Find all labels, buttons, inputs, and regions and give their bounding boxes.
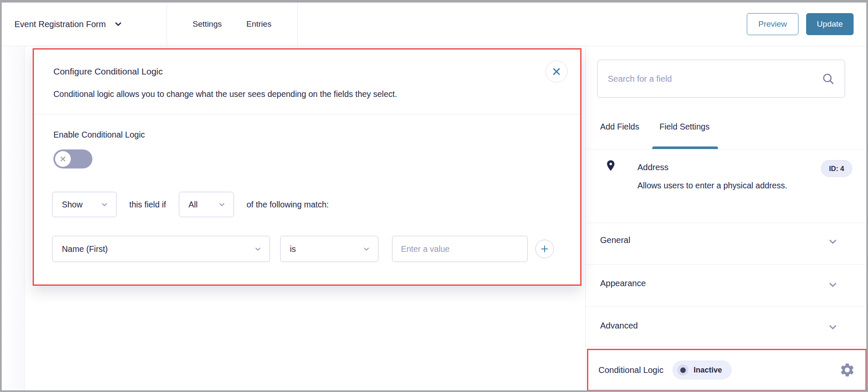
- topbar: Event Registration Form Settings Entries…: [2, 3, 866, 46]
- field-id-badge: ID: 4: [821, 160, 852, 177]
- status-text: Inactive: [693, 366, 722, 375]
- add-rule-button[interactable]: [535, 240, 554, 258]
- chevron-down-icon: [218, 201, 226, 209]
- topbar-nav: Settings Entries: [167, 3, 298, 46]
- this-field-if-text: this field if: [129, 200, 166, 210]
- map-pin-icon: [604, 159, 617, 175]
- enable-conditional-logic-label: Enable Conditional Logic: [53, 130, 145, 140]
- nav-entries[interactable]: Entries: [246, 19, 271, 29]
- status-dot-halo: [677, 364, 688, 375]
- rule-field-select[interactable]: Name (First): [52, 236, 270, 262]
- divider: [586, 264, 865, 265]
- chevron-down-icon[interactable]: [827, 236, 838, 247]
- status-dot: [680, 367, 686, 373]
- form-switcher[interactable]: Event Registration Form: [2, 3, 167, 46]
- match-type-value: All: [189, 200, 198, 210]
- chevron-down-icon[interactable]: [827, 322, 838, 333]
- logic-verbs-row: Show this field if All of the following …: [52, 192, 342, 217]
- gear-icon[interactable]: [839, 362, 855, 378]
- tab-add-fields[interactable]: Add Fields: [600, 122, 639, 132]
- toggle-knob-x-icon: [55, 151, 71, 167]
- divider: [586, 306, 865, 307]
- topbar-spacer: [298, 3, 747, 46]
- nav-settings[interactable]: Settings: [193, 19, 222, 29]
- close-button[interactable]: [545, 61, 568, 83]
- chevron-down-icon: [254, 245, 262, 253]
- action-select-value: Show: [62, 200, 83, 210]
- divider: [586, 223, 865, 223]
- annotation-box-conditional-logic-row: Conditional Logic Inactive: [587, 349, 867, 391]
- plus-icon: [540, 244, 550, 254]
- rule-value-input[interactable]: [392, 236, 528, 262]
- rule-field-value: Name (First): [62, 244, 108, 254]
- app-window: Event Registration Form Settings Entries…: [0, 0, 868, 392]
- divider: [34, 114, 580, 114]
- left-rail: [2, 46, 25, 390]
- update-button[interactable]: Update: [806, 13, 854, 35]
- divider: [586, 149, 865, 149]
- preview-button[interactable]: Preview: [747, 13, 798, 35]
- accordion-appearance[interactable]: Appearance: [600, 279, 646, 288]
- close-icon: [552, 67, 561, 76]
- search-input[interactable]: [608, 74, 822, 84]
- sidebar-left-border: [585, 46, 586, 390]
- following-match-text: of the following match:: [247, 200, 329, 210]
- modal-description: Conditional logic allows you to change w…: [53, 89, 397, 99]
- chevron-down-icon: [100, 201, 108, 209]
- selected-field-name: Address: [637, 163, 668, 172]
- topbar-actions: Preview Update: [747, 3, 866, 46]
- status-badge: Inactive: [673, 361, 732, 379]
- logic-rule-row: Name (First) is: [52, 236, 554, 262]
- accordion-advanced[interactable]: Advanced: [600, 321, 638, 331]
- divider: [586, 346, 865, 347]
- conditional-logic-label: Conditional Logic: [598, 365, 663, 375]
- match-type-select[interactable]: All: [179, 192, 234, 217]
- modal-title: Configure Conditional Logic: [53, 66, 163, 77]
- accordion-general[interactable]: General: [600, 235, 630, 245]
- search-icon: [822, 72, 835, 85]
- annotation-box-conditional-logic-modal: Configure Conditional Logic Conditional …: [33, 48, 581, 286]
- rule-operator-select[interactable]: is: [280, 236, 378, 262]
- form-title: Event Registration Form: [14, 19, 106, 29]
- chevron-down-icon[interactable]: [827, 279, 838, 290]
- chevron-down-icon[interactable]: [114, 19, 123, 29]
- chevron-down-icon: [362, 245, 370, 253]
- enable-conditional-logic-toggle[interactable]: [53, 149, 92, 168]
- field-description: Allows users to enter a physical address…: [637, 179, 811, 191]
- tab-field-settings[interactable]: Field Settings: [659, 122, 709, 132]
- field-search-box: [597, 60, 845, 98]
- action-select[interactable]: Show: [52, 192, 117, 217]
- rule-operator-value: is: [290, 244, 296, 254]
